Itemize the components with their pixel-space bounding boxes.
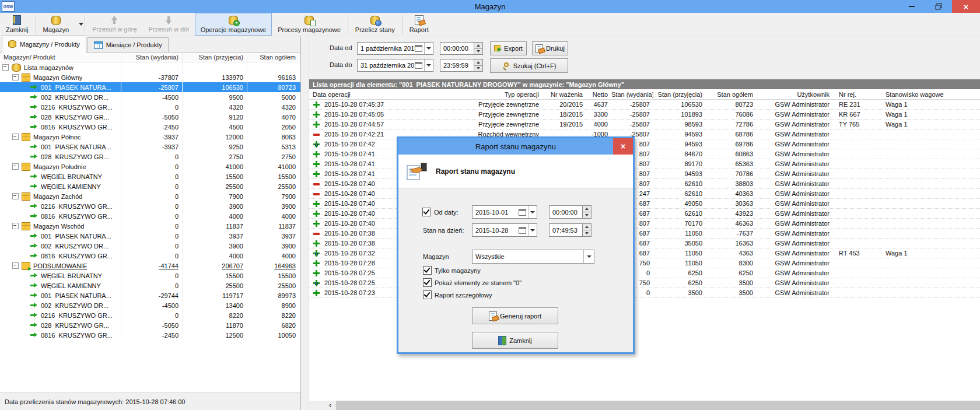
expand-toggle-icon[interactable] — [12, 262, 19, 269]
tree-row[interactable]: 028 KRUSZYWO GR...027502750 — [0, 152, 300, 162]
tree-row[interactable]: WĘGIEL BRUNATNY01550015500 — [0, 171, 300, 181]
chevron-down-icon[interactable] — [583, 250, 594, 263]
od-daty-checkbox[interactable] — [422, 208, 431, 216]
tree-row[interactable]: 0816 KRUSZYWO GR...-245045002050 — [0, 122, 300, 132]
tree-row[interactable]: 028 KRUSZYWO GR...-505091204070 — [0, 112, 300, 122]
toolbar-magazyn-button[interactable]: Magazyn — [37, 15, 75, 34]
tree-row[interactable]: 028 KRUSZYWO GR...-5050118706820 — [0, 320, 300, 330]
horizontal-scrollbar[interactable]: ‹ — [309, 401, 980, 410]
close-button[interactable]: × — [952, 0, 980, 13]
expand-toggle-icon[interactable] — [12, 74, 19, 80]
column-header-data-operacji[interactable]: Data operacji — [309, 91, 467, 98]
raport-szczegolowy-checkbox[interactable] — [423, 290, 432, 299]
report-date-to-picker[interactable]: 2015-10-28 — [472, 223, 537, 237]
chevron-down-icon[interactable] — [424, 59, 433, 71]
expand-toggle-icon[interactable] — [2, 64, 9, 71]
minimize-button[interactable] — [898, 0, 925, 13]
expand-toggle-icon[interactable] — [12, 134, 19, 140]
dialog-zamknij-button[interactable]: Zamknij — [472, 332, 558, 349]
column-header-magazyn-produkt[interactable]: Magazyn/ Produkt — [0, 52, 121, 62]
tree-row[interactable]: Lista magazynów — [0, 62, 300, 72]
tree-row[interactable]: 0816 KRUSZYWO GR...040004000 — [0, 251, 300, 261]
generate-report-button[interactable]: Generuj raport — [472, 307, 558, 324]
tree-row[interactable]: 0216 KRUSZYWO GR...039003900 — [0, 201, 300, 211]
panel-splitter[interactable] — [301, 36, 309, 410]
time-to-spinner[interactable]: 23:59:59 — [440, 59, 483, 72]
operation-row[interactable]: 2015-10-28 07:44:57Przyjęcie zewnętrzne1… — [309, 120, 980, 129]
spinner-buttons[interactable] — [474, 59, 482, 71]
export-button[interactable]: Export — [490, 41, 527, 55]
tab-magazyny-produkty[interactable]: Magazyny / Produkty — [2, 36, 86, 52]
column-header-stan-przyjecia[interactable]: Stan (przyjęcia) — [653, 91, 706, 98]
expand-toggle-icon[interactable] — [12, 163, 19, 170]
tree-row[interactable]: Magazyn Główny-3780713397096163 — [0, 72, 300, 82]
chevron-down-icon[interactable] — [424, 43, 433, 54]
tree-row[interactable]: 001 PIASEK NATURA...-2580710653080723 — [0, 82, 300, 92]
pokaz-elementy-checkbox[interactable] — [423, 278, 432, 287]
toolbar-raport-button[interactable]: Raport — [404, 13, 435, 36]
time-from-spinner[interactable]: 00:00:00 — [440, 42, 483, 55]
tree-row[interactable]: WĘGIEL BRUNATNY01550015500 — [0, 271, 300, 281]
operation-row[interactable]: 2015-10-28 07:45:05Przyjęcie zewnętrzne1… — [309, 110, 980, 120]
column-header-stanowisko[interactable]: Stanowisko wagowe — [881, 91, 980, 98]
tree-row[interactable]: 001 PIASEK NATURA...-393792505313 — [0, 142, 300, 152]
scroll-left-button[interactable]: ‹ — [309, 401, 336, 410]
spinner-buttons[interactable] — [582, 206, 591, 218]
tree-row-label: Magazyn Wschód — [33, 223, 84, 230]
toolbar-procesy-button[interactable]: Procesy magazynowe — [272, 13, 346, 36]
expand-toggle-icon[interactable] — [12, 193, 19, 199]
scrollbar-track[interactable] — [336, 401, 980, 410]
toolbar-move-down-button[interactable]: Przesuń w dół — [143, 13, 195, 36]
tree-row[interactable]: 0816 KRUSZYWO GR...-24501250010050 — [0, 330, 300, 340]
tree-row[interactable]: Magazyn Zachód079007900 — [0, 191, 300, 201]
column-header-nr-wazenia[interactable]: Nr ważenia — [542, 91, 586, 98]
column-header-netto[interactable]: Netto — [586, 91, 611, 98]
print-button[interactable]: Drukuj — [532, 41, 568, 55]
report-time-to-spinner[interactable]: 07:49:53 — [549, 223, 592, 237]
chevron-down-icon[interactable] — [528, 224, 537, 236]
toolbar-separator — [85, 15, 85, 34]
chevron-down-icon[interactable] — [528, 206, 537, 218]
tree-row[interactable]: 0216 KRUSZYWO GR...082208220 — [0, 310, 300, 320]
expand-toggle-icon[interactable] — [12, 223, 19, 229]
column-header-stan-wydania[interactable]: Stan (wydania) — [611, 91, 653, 98]
tree-row[interactable]: 002 KRUSZYWO DR...039003900 — [0, 241, 300, 251]
report-time-from-spinner[interactable]: 00:00:00 — [549, 205, 592, 219]
tylko-magazyny-checkbox[interactable] — [423, 266, 432, 275]
tree-row[interactable]: Magazyn Północ-3937120008063 — [0, 132, 300, 142]
spinner-buttons[interactable] — [474, 43, 482, 54]
search-button[interactable]: Szukaj (Ctrl+F) — [490, 58, 568, 73]
toolbar-move-up-button[interactable]: Przesuń w górę — [86, 13, 142, 36]
toolbar-przelicz-button[interactable]: Przelicz stany — [349, 13, 401, 36]
tree-row[interactable]: 002 KRUSZYWO DR...-4500134008900 — [0, 300, 300, 310]
restore-button[interactable] — [925, 0, 952, 13]
tree-row[interactable]: Magazyn Południe04100041000 — [0, 162, 300, 171]
report-date-from-picker[interactable]: 2015-10-01 — [472, 205, 537, 219]
date-to-picker[interactable]: 31 października 2015 — [357, 59, 433, 72]
tree-row[interactable]: WĘGIEL KAMIENNY02550025500 — [0, 181, 300, 191]
tab-miesiace-produkty[interactable]: Miesiące / Produkty — [88, 37, 169, 52]
column-header-stan-ogolem[interactable]: Stan ogółem — [706, 91, 757, 98]
tree-row[interactable]: 001 PIASEK NATURA...-2974411971789973 — [0, 290, 300, 300]
tree-row[interactable]: 0816 KRUSZYWO GR...040004000 — [0, 211, 300, 221]
column-header-stan-wydania[interactable]: Stan (wydania) — [121, 52, 183, 62]
toolbar-zamknij-button[interactable]: Zamknij — [0, 13, 34, 36]
toolbar-operacje-button[interactable]: Operacje magazynowe — [195, 13, 272, 36]
tree-row[interactable]: WĘGIEL KAMIENNY02550025500 — [0, 281, 300, 290]
tree-row[interactable]: Magazyn Wschód01183711837 — [0, 221, 300, 231]
dialog-close-button[interactable]: × — [613, 138, 633, 155]
warehouse-select[interactable]: Wszystkie — [472, 250, 594, 264]
chevron-down-icon[interactable] — [79, 23, 83, 26]
tree-row[interactable]: PODSUMOWANIE-41744206707164963 — [0, 261, 300, 271]
column-header-stan-przyjecia[interactable]: Stan (przyjęcia) — [183, 52, 247, 62]
tree-row[interactable]: 001 PIASEK NATURA...039373937 — [0, 231, 300, 241]
column-header-uzytkownik[interactable]: Użytkownik — [757, 91, 833, 98]
date-from-picker[interactable]: 1 października 2015 — [357, 42, 433, 55]
spinner-buttons[interactable] — [582, 224, 591, 236]
column-header-nr-rej[interactable]: Nr rej. — [833, 91, 881, 98]
column-header-typ-operacji[interactable]: Typ operacji — [467, 91, 542, 98]
tree-row[interactable]: 0216 KRUSZYWO GR...043204320 — [0, 102, 300, 112]
tree-row[interactable]: 002 KRUSZYWO DR...-450095005000 — [0, 92, 300, 102]
operation-row[interactable]: 2015-10-28 07:45:37Przyjęcie zewnętrzne2… — [309, 100, 980, 110]
column-header-stan-ogolem[interactable]: Stan ogółem — [247, 52, 299, 62]
